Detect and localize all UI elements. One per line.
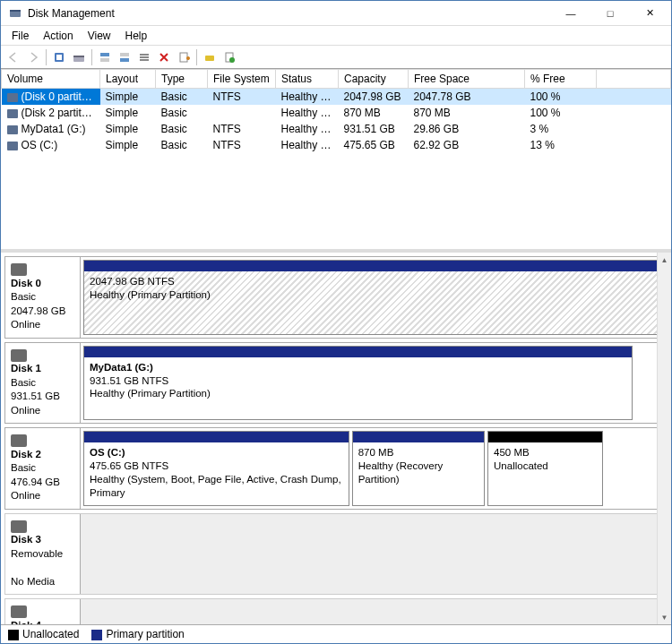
table-row[interactable]: OS (C:)SimpleBasicNTFSHealthy (S...475.6… [2, 137, 671, 153]
disk-row: Disk 0Basic2047.98 GBOnline2047.98 GB NT… [4, 256, 666, 339]
menu-action[interactable]: Action [36, 28, 80, 44]
disk-icon [11, 520, 27, 533]
view-list-button[interactable] [135, 48, 153, 66]
svg-rect-8 [120, 53, 129, 56]
volume-table[interactable]: Volume Layout Type File System Status Ca… [1, 69, 671, 153]
disk-row: Disk 1Basic931.51 GBOnlineMyData1 (G:)93… [4, 342, 666, 425]
minimize-button[interactable]: — [551, 1, 590, 26]
volume-icon [7, 125, 18, 134]
disk-row: Disk 4RemovableNo Media [4, 598, 666, 624]
menu-view[interactable]: View [81, 28, 118, 44]
partition-body: MyData1 (G:)931.51 GB NTFSHealthy (Prima… [84, 357, 632, 420]
view-top-button[interactable] [96, 48, 114, 66]
volume-icon [7, 142, 18, 150]
partition-bar [488, 432, 602, 442]
back-button[interactable] [4, 48, 22, 66]
legend-primary: Primary partition [91, 628, 184, 640]
partition-body: OS (C:)475.65 GB NTFSHealthy (System, Bo… [84, 442, 349, 505]
col-freespace[interactable]: Free Space [409, 70, 525, 89]
toolbar [1, 46, 671, 69]
disk-row: Disk 2Basic476.94 GBOnlineOS (C:)475.65 … [4, 427, 666, 510]
swatch-blue-icon [91, 630, 102, 640]
col-type[interactable]: Type [156, 70, 208, 89]
table-row[interactable]: MyData1 (G:)SimpleBasicNTFSHealthy (P...… [2, 121, 671, 137]
scrollbar[interactable]: ▲ ▼ [657, 253, 671, 624]
svg-rect-3 [56, 55, 62, 60]
svg-rect-13 [180, 53, 187, 62]
disk-partitions: OS (C:)475.65 GB NTFSHealthy (System, Bo… [81, 428, 665, 509]
svg-rect-5 [73, 56, 84, 57]
forward-button[interactable] [24, 48, 42, 66]
disk-icon [11, 434, 27, 447]
disk-row: Disk 3RemovableNo Media [4, 513, 666, 596]
disk-label[interactable]: Disk 4RemovableNo Media [5, 599, 81, 624]
delete-button[interactable] [155, 48, 173, 66]
disk-icon [11, 263, 27, 276]
col-layout[interactable]: Layout [100, 70, 156, 89]
svg-rect-1 [10, 10, 21, 12]
svg-rect-10 [140, 54, 149, 56]
disk-label[interactable]: Disk 0Basic2047.98 GBOnline [5, 257, 81, 338]
partition-body: 870 MBHealthy (Recovery Partition) [353, 442, 484, 505]
col-filesystem[interactable]: File System [208, 70, 276, 89]
view-bottom-button[interactable] [116, 48, 134, 66]
menu-help[interactable]: Help [118, 28, 155, 44]
disk-partitions: 2047.98 GB NTFSHealthy (Primary Partitio… [81, 257, 665, 338]
partition-bar [84, 432, 349, 442]
close-button[interactable]: ✕ [630, 1, 669, 26]
menu-file[interactable]: File [4, 28, 36, 44]
volume-icon [7, 93, 18, 102]
help-button[interactable] [220, 48, 238, 66]
titlebar: Disk Management — □ ✕ [1, 1, 671, 26]
col-volume[interactable]: Volume [2, 70, 100, 89]
disk-graphical-pane: Disk 0Basic2047.98 GBOnline2047.98 GB NT… [1, 253, 671, 624]
partition-bar [84, 261, 660, 271]
window-title: Disk Management [28, 7, 551, 20]
separator [46, 49, 47, 65]
partition[interactable]: 870 MBHealthy (Recovery Partition) [352, 431, 485, 506]
properties-button[interactable] [175, 48, 193, 66]
scroll-down-icon[interactable]: ▼ [658, 610, 671, 624]
action1-button[interactable] [201, 48, 219, 66]
partition-body: 2047.98 GB NTFSHealthy (Primary Partitio… [84, 271, 660, 334]
refresh-button[interactable] [50, 48, 68, 66]
partition[interactable]: 2047.98 GB NTFSHealthy (Primary Partitio… [83, 260, 661, 335]
disk-icon [11, 349, 27, 362]
svg-rect-12 [140, 59, 149, 61]
app-icon [8, 6, 22, 21]
partition[interactable]: 450 MBUnallocated [487, 431, 603, 506]
col-status[interactable]: Status [276, 70, 339, 89]
table-row[interactable]: (Disk 0 partition 2)SimpleBasicNTFSHealt… [2, 89, 671, 106]
disk-label[interactable]: Disk 2Basic476.94 GBOnline [5, 428, 81, 509]
table-row[interactable]: (Disk 2 partition 2)SimpleBasicHealthy (… [2, 105, 671, 121]
col-pctfree[interactable]: % Free [525, 70, 597, 89]
disk-partitions [81, 514, 665, 595]
partition-body: 450 MBUnallocated [488, 442, 602, 505]
svg-rect-6 [100, 53, 109, 56]
svg-rect-11 [140, 56, 149, 58]
settings-button[interactable] [70, 48, 88, 66]
col-capacity[interactable]: Capacity [339, 70, 409, 89]
col-spacer[interactable] [597, 70, 671, 89]
disk-icon [11, 605, 27, 618]
scroll-up-icon[interactable]: ▲ [658, 253, 671, 267]
disk-label[interactable]: Disk 3RemovableNo Media [5, 514, 81, 595]
partition[interactable]: MyData1 (G:)931.51 GB NTFSHealthy (Prima… [83, 346, 633, 421]
partition-bar [84, 347, 632, 357]
svg-rect-7 [100, 58, 109, 62]
svg-rect-14 [205, 56, 214, 61]
legend-unallocated: Unallocated [8, 628, 79, 640]
disk-partitions [81, 599, 665, 624]
swatch-black-icon [8, 630, 19, 640]
maximize-button[interactable]: □ [590, 1, 630, 26]
menubar: File Action View Help [1, 26, 671, 46]
svg-rect-9 [120, 58, 129, 62]
disk-partitions: MyData1 (G:)931.51 GB NTFSHealthy (Prima… [81, 343, 665, 424]
separator [91, 49, 92, 65]
separator [196, 49, 197, 65]
volume-icon [7, 109, 18, 118]
legend: Unallocated Primary partition [1, 624, 671, 643]
partition-bar [353, 432, 484, 442]
disk-label[interactable]: Disk 1Basic931.51 GBOnline [5, 343, 81, 424]
partition[interactable]: OS (C:)475.65 GB NTFSHealthy (System, Bo… [83, 431, 349, 506]
